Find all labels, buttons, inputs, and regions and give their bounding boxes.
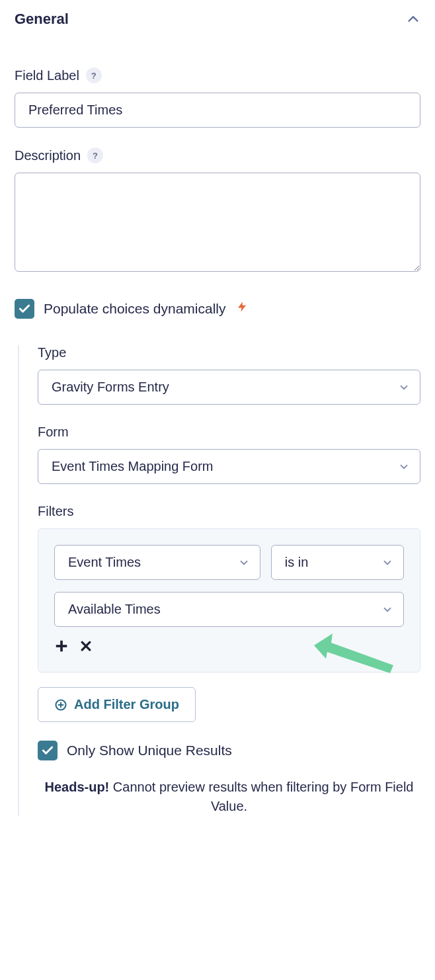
chevron-up-icon	[406, 12, 420, 26]
check-icon	[41, 744, 54, 757]
add-filter-icon[interactable]	[54, 639, 69, 656]
heads-up-notice: Heads-up! Cannot preview results when fi…	[38, 778, 420, 816]
remove-filter-icon[interactable]	[79, 639, 93, 655]
dynamic-panel: Type Gravity Forms Entry Form Event Time…	[18, 345, 420, 816]
bolt-icon	[236, 300, 248, 318]
add-filter-group-label: Add Filter Group	[74, 697, 179, 712]
plus-circle-icon	[54, 698, 67, 712]
svg-rect-1	[56, 645, 67, 647]
help-icon[interactable]: ?	[86, 67, 102, 83]
description-input[interactable]	[15, 173, 420, 272]
populate-dynamically-row: Populate choices dynamically	[15, 299, 420, 319]
filters-box: Event Times is in Available Times	[38, 528, 420, 673]
section-header[interactable]: General	[15, 11, 420, 28]
unique-results-label: Only Show Unique Results	[67, 743, 232, 758]
type-select[interactable]: Gravity Forms Entry	[38, 370, 420, 405]
field-label-block: Field Label ?	[15, 67, 420, 128]
filter-operator-select[interactable]: is in	[271, 545, 404, 580]
filters-label: Filters	[38, 504, 420, 519]
help-icon[interactable]: ?	[87, 147, 103, 163]
form-label: Form	[38, 425, 420, 440]
unique-results-checkbox[interactable]	[38, 741, 58, 760]
heads-up-text: Cannot preview results when filtering by…	[109, 780, 413, 813]
populate-checkbox[interactable]	[15, 299, 34, 319]
add-filter-group-button[interactable]: Add Filter Group	[38, 687, 196, 722]
description-block: Description ?	[15, 147, 420, 275]
filter-value-select[interactable]: Available Times	[54, 592, 404, 627]
type-label: Type	[38, 345, 420, 360]
field-label-input[interactable]	[15, 93, 420, 128]
description-title: Description	[15, 148, 81, 163]
form-select[interactable]: Event Times Mapping Form	[38, 449, 420, 484]
populate-label: Populate choices dynamically	[44, 301, 225, 317]
filter-field-select[interactable]: Event Times	[54, 545, 260, 580]
check-icon	[18, 302, 31, 315]
field-label-title: Field Label	[15, 68, 79, 83]
section-title: General	[15, 11, 69, 28]
heads-up-prefix: Heads-up!	[45, 780, 110, 794]
